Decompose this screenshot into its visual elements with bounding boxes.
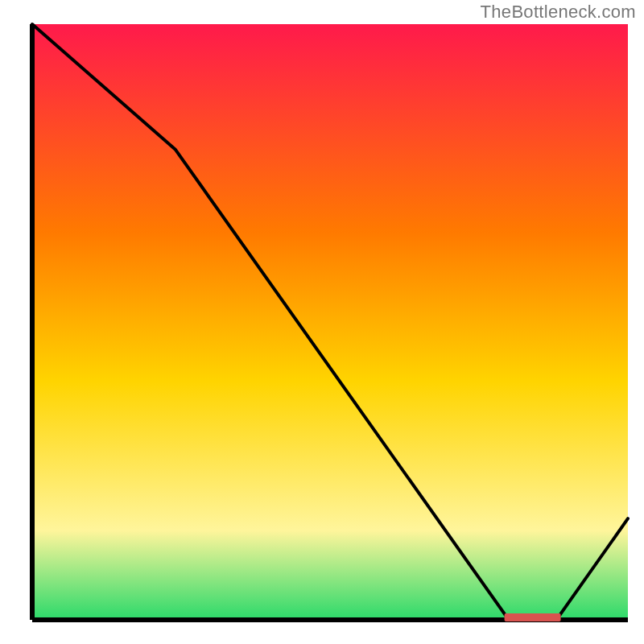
plot-background (32, 24, 628, 620)
watermark-text: TheBottleneck.com (481, 2, 636, 23)
chart-svg (0, 0, 644, 644)
chart-container: TheBottleneck.com (0, 0, 644, 644)
min-marker (505, 613, 561, 621)
